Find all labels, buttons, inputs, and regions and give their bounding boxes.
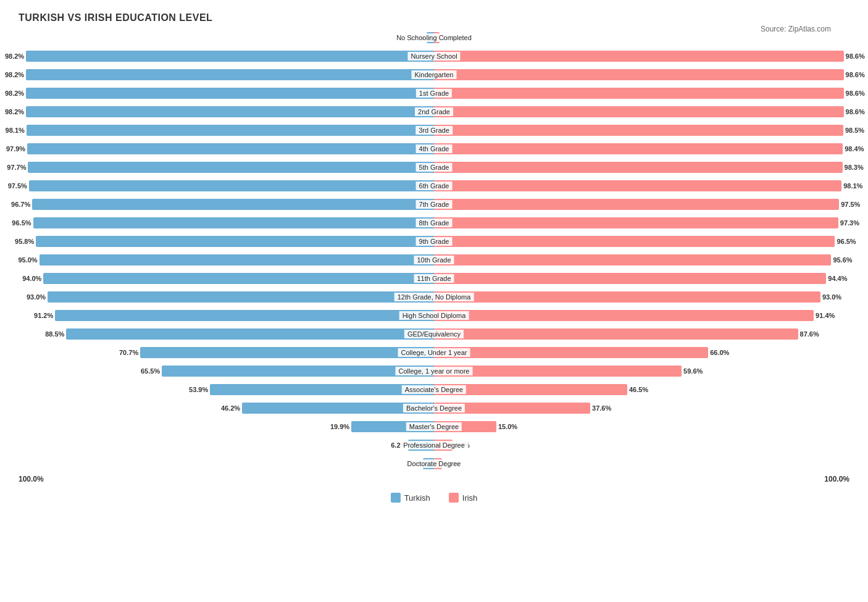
value-turkish: 6.2% bbox=[391, 441, 408, 449]
table-row: 96.5%8th Grade97.3% bbox=[19, 215, 849, 231]
value-irish: 98.6% bbox=[844, 52, 865, 60]
value-turkish: 96.7% bbox=[11, 201, 32, 208]
bar-irish bbox=[434, 310, 814, 321]
right-half: 15.0% bbox=[434, 419, 849, 435]
value-irish: 98.3% bbox=[843, 164, 864, 171]
right-half: 98.6% bbox=[434, 67, 849, 83]
value-turkish: 98.2% bbox=[5, 90, 26, 97]
table-row: 19.9%Master's Degree15.0% bbox=[19, 419, 849, 435]
table-row: 93.0%12th Grade, No Diploma93.0% bbox=[19, 289, 849, 305]
value-turkish: 97.7% bbox=[7, 164, 28, 171]
value-irish: 98.6% bbox=[844, 71, 865, 78]
right-half: 98.6% bbox=[434, 48, 849, 64]
left-half: 97.9% bbox=[19, 141, 434, 157]
left-half: 53.9% bbox=[19, 382, 434, 398]
right-half: 98.5% bbox=[434, 122, 849, 138]
left-half: 46.2% bbox=[19, 400, 434, 416]
left-half: 98.2% bbox=[19, 85, 434, 101]
value-turkish: 91.2% bbox=[34, 312, 55, 319]
value-irish: 66.0% bbox=[708, 349, 729, 356]
rows-wrapper: 1.8%No Schooling Completed1.4%98.2%Nurse… bbox=[19, 30, 849, 472]
value-turkish: 94.0% bbox=[22, 275, 43, 282]
value-turkish: 96.5% bbox=[12, 219, 33, 227]
left-half: 96.7% bbox=[19, 196, 434, 212]
bar-irish bbox=[434, 347, 708, 358]
value-turkish: 97.9% bbox=[6, 145, 27, 153]
bottom-label-right: 100.0% bbox=[824, 475, 849, 483]
value-turkish: 93.0% bbox=[27, 293, 48, 301]
bar-irish bbox=[434, 32, 440, 43]
table-row: 97.5%6th Grade98.1% bbox=[19, 178, 849, 194]
bar-irish bbox=[434, 217, 838, 228]
value-turkish: 88.5% bbox=[45, 330, 66, 338]
value-irish: 46.5% bbox=[627, 386, 648, 393]
value-turkish: 2.7% bbox=[406, 460, 423, 467]
value-turkish: 98.1% bbox=[6, 127, 27, 134]
value-irish: 1.4% bbox=[440, 34, 457, 41]
right-half: 95.6% bbox=[434, 252, 849, 268]
bar-turkish bbox=[43, 273, 434, 284]
bar-irish bbox=[434, 162, 843, 173]
value-irish: 93.0% bbox=[820, 293, 841, 301]
right-half: 98.3% bbox=[434, 159, 849, 175]
value-irish: 4.4% bbox=[453, 441, 470, 449]
bar-turkish bbox=[140, 347, 434, 358]
left-half: 96.5% bbox=[19, 215, 434, 231]
value-irish: 95.6% bbox=[831, 256, 852, 264]
bar-irish bbox=[434, 328, 798, 340]
right-half: 87.6% bbox=[434, 326, 849, 342]
right-half: 59.6% bbox=[434, 363, 849, 379]
table-row: 98.1%3rd Grade98.5% bbox=[19, 122, 849, 138]
bottom-labels: 100.0% 100.0% bbox=[19, 475, 849, 483]
left-half: 97.7% bbox=[19, 159, 434, 175]
value-turkish: 53.9% bbox=[189, 386, 210, 393]
legend-turkish-box bbox=[391, 493, 401, 503]
bar-irish bbox=[434, 366, 682, 377]
table-row: 70.7%College, Under 1 year66.0% bbox=[19, 345, 849, 361]
left-half: 2.7% bbox=[19, 456, 434, 472]
right-half: 98.1% bbox=[434, 178, 849, 194]
value-irish: 94.4% bbox=[826, 275, 847, 282]
bar-turkish bbox=[48, 291, 434, 303]
left-half: 1.8% bbox=[19, 30, 434, 46]
right-half: 4.4% bbox=[434, 437, 849, 453]
value-irish: 87.6% bbox=[798, 330, 819, 338]
table-row: 95.8%9th Grade96.5% bbox=[19, 233, 849, 249]
table-row: 6.2%Professional Degree4.4% bbox=[19, 437, 849, 453]
table-row: 96.7%7th Grade97.5% bbox=[19, 196, 849, 212]
bar-turkish bbox=[351, 421, 434, 432]
left-half: 98.2% bbox=[19, 48, 434, 64]
bar-turkish bbox=[36, 236, 434, 247]
value-irish: 98.6% bbox=[844, 108, 865, 115]
table-row: 2.7%Doctorate Degree1.9% bbox=[19, 456, 849, 472]
value-irish: 98.1% bbox=[841, 182, 862, 190]
table-row: 98.2%2nd Grade98.6% bbox=[19, 104, 849, 120]
bar-irish bbox=[434, 199, 839, 210]
value-turkish: 95.0% bbox=[18, 256, 39, 264]
value-irish: 59.6% bbox=[682, 367, 703, 375]
value-turkish: 65.5% bbox=[141, 367, 162, 375]
bar-turkish bbox=[26, 69, 434, 80]
bar-irish bbox=[434, 403, 590, 414]
value-turkish: 70.7% bbox=[119, 349, 140, 356]
left-half: 93.0% bbox=[19, 289, 434, 305]
bar-turkish bbox=[427, 32, 434, 43]
value-turkish: 98.2% bbox=[5, 71, 26, 78]
bar-turkish bbox=[27, 143, 434, 154]
bar-turkish bbox=[26, 51, 434, 62]
bar-irish bbox=[434, 125, 843, 136]
left-half: 6.2% bbox=[19, 437, 434, 453]
table-row: 95.0%10th Grade95.6% bbox=[19, 252, 849, 268]
bar-irish bbox=[434, 384, 627, 395]
bar-irish bbox=[434, 273, 826, 284]
bar-irish bbox=[434, 254, 831, 265]
right-half: 46.5% bbox=[434, 382, 849, 398]
value-irish: 97.3% bbox=[838, 219, 859, 227]
left-half: 91.2% bbox=[19, 307, 434, 324]
value-irish: 98.5% bbox=[843, 127, 864, 134]
table-row: 1.8%No Schooling Completed1.4% bbox=[19, 30, 849, 46]
right-half: 66.0% bbox=[434, 345, 849, 361]
bar-turkish bbox=[162, 366, 434, 377]
right-half: 1.9% bbox=[434, 456, 849, 472]
table-row: 98.2%1st Grade98.6% bbox=[19, 85, 849, 101]
